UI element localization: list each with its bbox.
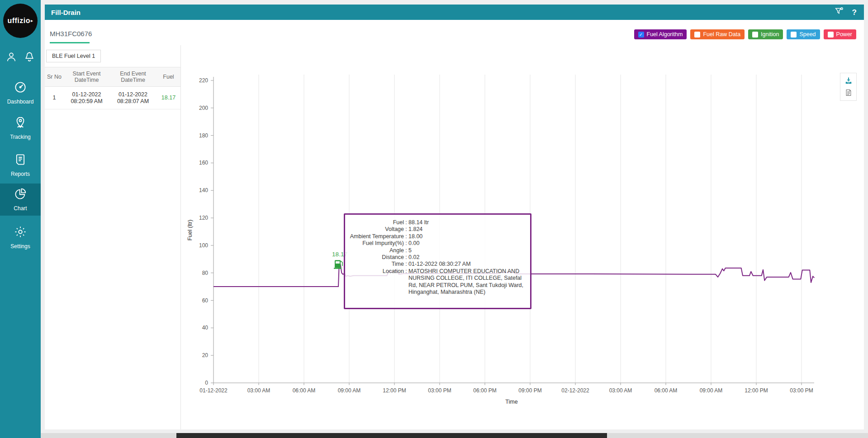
horizontal-scrollbar-thumb[interactable]	[176, 433, 607, 438]
sidebar-item-reports[interactable]: Reports	[0, 149, 41, 181]
legend-label: Speed	[799, 31, 816, 38]
brand-name: uffizio	[7, 17, 33, 25]
page-header: Fill-Drain ?	[45, 5, 864, 20]
tooltip-separator: :	[404, 219, 408, 226]
table-header-row: Sr No Start Event DateTime End Event Dat…	[45, 67, 180, 87]
cell-end-datetime: 01-12-2022 08:28:07 AM	[109, 91, 157, 105]
tab-active-underline	[50, 42, 90, 43]
report-list-icon[interactable]	[844, 88, 853, 97]
chart-toolbar	[840, 73, 857, 101]
chart-icon	[14, 187, 27, 203]
download-icon[interactable]	[844, 76, 853, 85]
dashboard-icon	[14, 80, 27, 96]
cell-fuel: 18.17	[157, 94, 180, 101]
tooltip-label: Fuel	[345, 219, 404, 226]
cell-sr-no: 1	[45, 94, 64, 101]
tooltip-value: 5	[408, 247, 524, 254]
tooltip-separator: :	[404, 268, 408, 296]
settings-icon	[14, 225, 27, 240]
col-header-sr-no: Sr No	[45, 74, 64, 80]
col-header-end: End Event DateTime	[109, 71, 157, 84]
tracking-icon	[14, 116, 27, 131]
sidebar-item-label: Settings	[10, 243, 30, 250]
tooltip-separator: :	[404, 233, 408, 240]
legend-speed[interactable]: Speed	[787, 29, 820, 39]
tooltip-separator: :	[404, 254, 408, 261]
sidebar-item-label: Chart	[14, 205, 27, 212]
brand-logo[interactable]: uffizio	[3, 4, 38, 38]
checkbox-checked-icon[interactable]	[638, 32, 644, 38]
table-row[interactable]: 1 01-12-2022 08:20:59 AM 01-12-2022 08:2…	[45, 87, 180, 109]
bell-icon[interactable]	[23, 51, 36, 63]
tooltip-value: 01-12-2022 08:30:27 AM	[408, 261, 524, 268]
legend-fuel-raw-data[interactable]: Fuel Raw Data	[690, 29, 745, 39]
sidebar-item-label: Dashboard	[7, 99, 34, 105]
tooltip-separator: :	[404, 226, 408, 233]
fill-drain-table: Sr No Start Event DateTime End Event Dat…	[45, 67, 180, 109]
page-title: Fill-Drain	[45, 9, 81, 16]
sidebar-item-settings[interactable]: Settings	[0, 221, 41, 253]
sidebar-item-label: Reports	[11, 171, 30, 177]
panel-divider	[180, 45, 181, 429]
help-icon[interactable]: ?	[852, 9, 857, 16]
tooltip-value: 1.824	[408, 226, 524, 233]
col-header-fuel: Fuel	[157, 74, 180, 80]
tooltip-label: Distance	[345, 254, 404, 261]
tooltip-label: Fuel Impurity(%)	[345, 240, 404, 247]
sidebar-item-label: Tracking	[10, 134, 31, 140]
legend-label: Fuel Algorithm	[647, 31, 683, 38]
legend-label: Power	[836, 31, 852, 38]
tab-ble-fuel-level[interactable]: BLE Fuel Level 1	[46, 50, 101, 62]
legend-label: Ignition	[761, 31, 779, 38]
checkbox-unchecked-icon[interactable]	[752, 32, 758, 38]
tooltip-label: Voltage	[345, 226, 404, 233]
tooltip-label: Ambient Temperature	[345, 233, 404, 240]
tooltip-value: 18.00	[408, 233, 524, 240]
tab-vehicle[interactable]: MH31FC0676	[50, 30, 92, 38]
tooltip-value: 88.14 ltr	[408, 219, 524, 226]
checkbox-unchecked-icon[interactable]	[791, 32, 797, 38]
tooltip-separator: :	[404, 261, 408, 268]
legend-fuel-algorithm[interactable]: Fuel Algorithm	[634, 29, 687, 39]
legend-power[interactable]: Power	[824, 29, 856, 39]
sidebar-item-dashboard[interactable]: Dashboard	[0, 77, 41, 108]
user-icon[interactable]	[5, 51, 18, 63]
chart-tooltip: Fuel:88.14 ltr Voltage:1.824 Ambient Tem…	[344, 213, 531, 309]
series-legend: Fuel Algorithm Fuel Raw Data Ignition Sp…	[634, 29, 857, 39]
col-header-start: Start Event DateTime	[64, 71, 109, 84]
legend-ignition[interactable]: Ignition	[748, 29, 783, 39]
sidebar-item-tracking[interactable]: Tracking	[0, 112, 41, 144]
tooltip-value: MATOSHRI COMPUTER EDUCATION AND NURSING …	[408, 268, 524, 296]
legend-label: Fuel Raw Data	[703, 31, 740, 38]
cell-start-datetime: 01-12-2022 08:20:59 AM	[64, 91, 109, 105]
tooltip-separator: :	[404, 247, 408, 254]
fill-drain-page: uffizio Dashboard	[0, 0, 868, 438]
checkbox-unchecked-icon[interactable]	[694, 32, 700, 38]
tooltip-separator: :	[404, 240, 408, 247]
tooltip-label: Angle	[345, 247, 404, 254]
tooltip-label: Location	[345, 268, 404, 296]
tooltip-label: Time	[345, 261, 404, 268]
sidebar: uffizio Dashboard	[0, 0, 41, 438]
reports-icon	[14, 153, 27, 168]
tooltip-value: 0.02	[408, 254, 524, 261]
tooltip-value: 0.00	[408, 240, 524, 247]
checkbox-unchecked-icon[interactable]	[828, 32, 834, 38]
filter-icon[interactable]	[834, 6, 844, 18]
sidebar-item-chart[interactable]: Chart	[0, 184, 41, 216]
